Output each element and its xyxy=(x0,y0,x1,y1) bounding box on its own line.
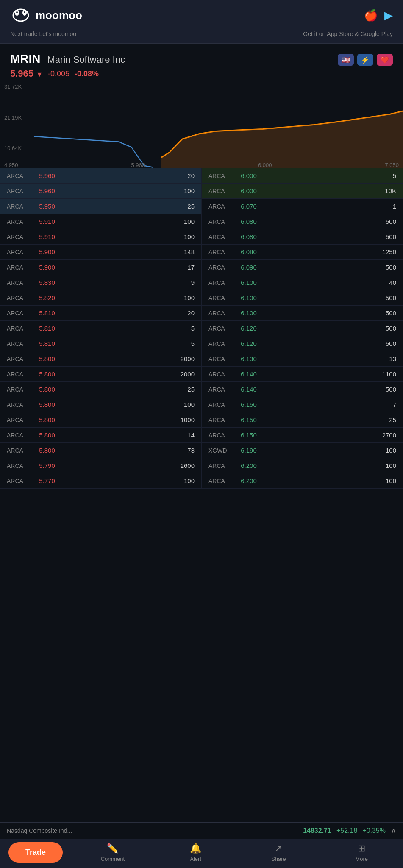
ask-side[interactable]: ARCA 6.200 100 xyxy=(201,458,403,473)
bid-side[interactable]: ARCA 5.800 2000 xyxy=(0,367,201,381)
ask-side[interactable]: XGWD 6.190 100 xyxy=(201,443,403,458)
ask-side[interactable]: ARCA 6.100 40 xyxy=(201,275,403,290)
bid-side[interactable]: ARCA 5.800 25 xyxy=(0,382,201,397)
order-book-row[interactable]: ARCA 5.800 2000 ARCA 6.130 13 xyxy=(0,351,403,367)
ask-side[interactable]: ARCA 6.080 1250 xyxy=(201,245,403,259)
order-book-row[interactable]: ARCA 5.910 100 ARCA 6.080 500 xyxy=(0,229,403,245)
share-label: Share xyxy=(271,856,286,862)
ask-side[interactable]: ARCA 6.120 500 xyxy=(201,321,403,336)
bid-side[interactable]: ARCA 5.900 17 xyxy=(0,260,201,275)
bid-price: 5.820 xyxy=(30,294,64,301)
ask-price: 6.150 xyxy=(232,401,266,408)
heart-badge[interactable]: ❤️ xyxy=(377,54,393,66)
ask-side[interactable]: ARCA 6.000 10K xyxy=(201,184,403,198)
bid-qty: 100 xyxy=(64,218,195,225)
ask-qty: 500 xyxy=(266,309,396,317)
bid-side[interactable]: ARCA 5.810 5 xyxy=(0,336,201,351)
bid-side[interactable]: ARCA 5.900 148 xyxy=(0,245,201,259)
bid-side[interactable]: ARCA 5.960 20 xyxy=(0,168,201,183)
ask-exchange: ARCA xyxy=(208,234,232,240)
order-book-row[interactable]: ARCA 5.770 100 ARCA 6.200 100 xyxy=(0,473,403,489)
ask-side[interactable]: ARCA 6.130 13 xyxy=(201,351,403,366)
lightning-badge[interactable]: ⚡ xyxy=(357,54,373,66)
order-book-row[interactable]: ARCA 5.800 78 XGWD 6.190 100 xyxy=(0,443,403,458)
get-it-text: Get it on App Store & Google Play xyxy=(303,31,393,37)
order-book-row[interactable]: ARCA 5.810 5 ARCA 6.120 500 xyxy=(0,336,403,351)
ask-price: 6.100 xyxy=(232,294,266,301)
bid-side[interactable]: ARCA 5.790 2600 xyxy=(0,458,201,473)
bid-side[interactable]: ARCA 5.800 14 xyxy=(0,428,201,442)
ask-side[interactable]: ARCA 6.150 7 xyxy=(201,397,403,412)
order-book-row[interactable]: ARCA 5.790 2600 ARCA 6.200 100 xyxy=(0,458,403,473)
order-book-row[interactable]: ARCA 5.800 100 ARCA 6.150 7 xyxy=(0,397,403,412)
ask-side[interactable]: ARCA 6.100 500 xyxy=(201,290,403,305)
flag-badge[interactable]: 🇺🇸 xyxy=(338,54,354,66)
order-book-row[interactable]: ARCA 5.910 100 ARCA 6.080 500 xyxy=(0,214,403,229)
ask-side[interactable]: ARCA 6.150 2700 xyxy=(201,428,403,442)
ask-exchange: ARCA xyxy=(208,279,232,286)
google-play-icon[interactable]: ▶ xyxy=(384,9,393,22)
apple-store-icon[interactable]: 🍎 xyxy=(364,9,378,22)
bid-price: 5.800 xyxy=(30,370,64,378)
bid-qty: 1000 xyxy=(64,416,195,423)
nav-alert[interactable]: 🔔 Alert xyxy=(154,843,237,862)
bid-qty: 17 xyxy=(64,264,195,271)
stock-price-row: 5.965 ▼ -0.005 -0.08% xyxy=(10,68,125,79)
ask-side[interactable]: ARCA 6.090 500 xyxy=(201,260,403,275)
ask-price: 6.130 xyxy=(232,355,266,362)
order-book-row[interactable]: ARCA 5.960 20 ARCA 6.000 5 xyxy=(0,168,403,184)
nav-share[interactable]: ↗ Share xyxy=(237,843,320,862)
ask-qty: 5 xyxy=(266,172,396,179)
bid-side[interactable]: ARCA 5.800 100 xyxy=(0,397,201,412)
order-book-row[interactable]: ARCA 5.900 148 ARCA 6.080 1250 xyxy=(0,245,403,260)
ask-side[interactable]: ARCA 6.150 25 xyxy=(201,412,403,427)
order-book-row[interactable]: ARCA 5.810 5 ARCA 6.120 500 xyxy=(0,321,403,336)
ask-exchange: ARCA xyxy=(208,203,232,210)
bid-price: 5.800 xyxy=(30,447,64,454)
ask-side[interactable]: ARCA 6.080 500 xyxy=(201,229,403,244)
nasdaq-bar[interactable]: Nasdaq Composite Ind... 14832.71 +52.18 … xyxy=(0,822,403,839)
ask-side[interactable]: ARCA 6.140 1100 xyxy=(201,367,403,381)
bid-price: 5.830 xyxy=(30,279,64,286)
bid-side[interactable]: ARCA 5.830 9 xyxy=(0,275,201,290)
order-book-row[interactable]: ARCA 5.960 100 ARCA 6.000 10K xyxy=(0,184,403,199)
bid-side[interactable]: ARCA 5.810 5 xyxy=(0,321,201,336)
trade-button[interactable]: Trade xyxy=(8,842,63,863)
order-book-row[interactable]: ARCA 5.800 2000 ARCA 6.140 1100 xyxy=(0,367,403,382)
bid-side[interactable]: ARCA 5.800 78 xyxy=(0,443,201,458)
bid-side[interactable]: ARCA 5.800 1000 xyxy=(0,412,201,427)
ask-side[interactable]: ARCA 6.000 5 xyxy=(201,168,403,183)
ask-side[interactable]: ARCA 6.200 100 xyxy=(201,473,403,488)
ask-price: 6.080 xyxy=(232,248,266,256)
order-book-row[interactable]: ARCA 5.800 14 ARCA 6.150 2700 xyxy=(0,428,403,443)
order-book-row[interactable]: ARCA 5.950 25 ARCA 6.070 1 xyxy=(0,199,403,214)
order-book-row[interactable]: ARCA 5.800 25 ARCA 6.140 500 xyxy=(0,382,403,397)
order-book-row[interactable]: ARCA 5.830 9 ARCA 6.100 40 xyxy=(0,275,403,290)
bid-qty: 100 xyxy=(64,401,195,408)
bid-side[interactable]: ARCA 5.910 100 xyxy=(0,229,201,244)
bid-side[interactable]: ARCA 5.820 100 xyxy=(0,290,201,305)
order-book-row[interactable]: ARCA 5.810 20 ARCA 6.100 500 xyxy=(0,306,403,321)
bid-side[interactable]: ARCA 5.770 100 xyxy=(0,473,201,488)
ask-price: 6.200 xyxy=(232,462,266,469)
order-book-row[interactable]: ARCA 5.800 1000 ARCA 6.150 25 xyxy=(0,412,403,428)
ask-side[interactable]: ARCA 6.120 500 xyxy=(201,336,403,351)
nav-more[interactable]: ⊞ More xyxy=(320,843,403,862)
ask-side[interactable]: ARCA 6.140 500 xyxy=(201,382,403,397)
bid-side[interactable]: ARCA 5.960 100 xyxy=(0,184,201,198)
ask-side[interactable]: ARCA 6.100 500 xyxy=(201,306,403,320)
ask-exchange: ARCA xyxy=(208,264,232,271)
ask-side[interactable]: ARCA 6.080 500 xyxy=(201,214,403,229)
bid-side[interactable]: ARCA 5.810 20 xyxy=(0,306,201,320)
nav-comment[interactable]: ✏️ Comment xyxy=(71,843,154,862)
bid-side[interactable]: ARCA 5.950 25 xyxy=(0,199,201,214)
bid-side[interactable]: ARCA 5.800 2000 xyxy=(0,351,201,366)
bid-price: 5.950 xyxy=(30,203,64,210)
ask-price: 6.150 xyxy=(232,416,266,423)
order-book-row[interactable]: ARCA 5.900 17 ARCA 6.090 500 xyxy=(0,260,403,275)
bid-qty: 100 xyxy=(64,233,195,240)
bid-side[interactable]: ARCA 5.910 100 xyxy=(0,214,201,229)
bid-price: 5.810 xyxy=(30,325,64,332)
ask-side[interactable]: ARCA 6.070 1 xyxy=(201,199,403,214)
order-book-row[interactable]: ARCA 5.820 100 ARCA 6.100 500 xyxy=(0,290,403,306)
